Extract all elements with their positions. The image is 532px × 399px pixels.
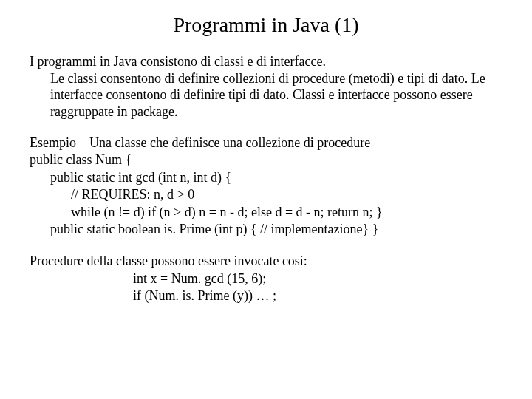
intro-body: Le classi consentono di definire collezi…: [30, 70, 502, 120]
example-block: Esempio Una classe che definisce una col…: [30, 134, 502, 238]
invoke-line-1: int x = Num. gcd (15, 6);: [30, 270, 502, 287]
code-line-4: while (n != d) if (n > d) n = n - d; els…: [30, 204, 502, 221]
slide-title: Programmi in Java (1): [30, 13, 502, 37]
invoke-intro: Procedure della classe possono essere in…: [30, 253, 502, 270]
intro-line: I programmi in Java consistono di classi…: [30, 53, 502, 70]
code-line-2: public static int gcd (int n, int d) {: [30, 169, 502, 186]
intro-paragraph: I programmi in Java consistono di classi…: [30, 53, 502, 120]
code-line-3: // REQUIRES: n, d > 0: [30, 186, 502, 203]
slide: Programmi in Java (1) I programmi in Jav…: [0, 0, 532, 335]
example-label: Esempio: [30, 135, 76, 150]
code-line-5: public static boolean is. Prime (int p) …: [30, 221, 502, 238]
code-line-1: public class Num {: [30, 151, 502, 168]
example-header: Esempio Una classe che definisce una col…: [30, 134, 502, 151]
example-caption: Una classe che definisce una collezione …: [89, 135, 370, 150]
invoke-line-2: if (Num. is. Prime (y)) … ;: [30, 287, 502, 304]
invoke-block: Procedure della classe possono essere in…: [30, 253, 502, 304]
